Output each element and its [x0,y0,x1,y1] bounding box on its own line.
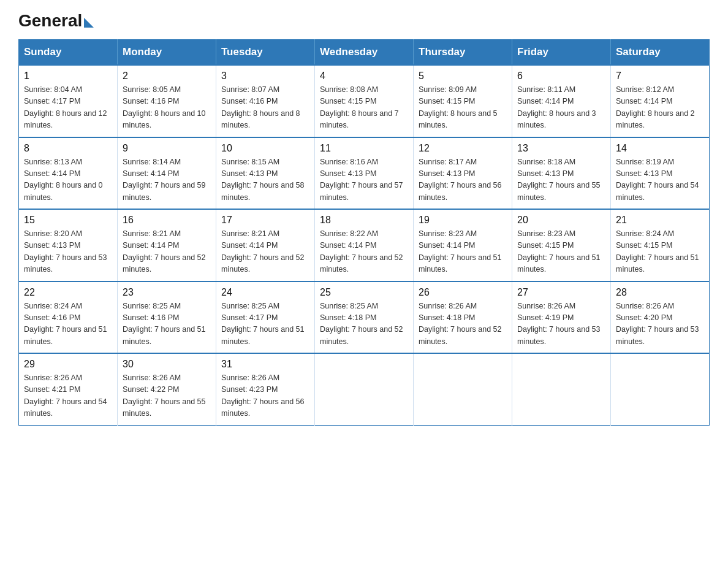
day-header-sunday: Sunday [19,40,118,66]
calendar-cell [512,353,611,425]
calendar-cell: 20Sunrise: 8:23 AMSunset: 4:15 PMDayligh… [512,209,611,282]
calendar-cell: 3Sunrise: 8:07 AMSunset: 4:16 PMDaylight… [216,65,315,137]
calendar-cell: 13Sunrise: 8:18 AMSunset: 4:13 PMDayligh… [512,137,611,210]
calendar-cell: 14Sunrise: 8:19 AMSunset: 4:13 PMDayligh… [611,137,710,210]
calendar-cell: 30Sunrise: 8:26 AMSunset: 4:22 PMDayligh… [118,353,216,425]
day-info: Sunrise: 8:05 AMSunset: 4:16 PMDaylight:… [123,84,211,132]
day-info: Sunrise: 8:08 AMSunset: 4:15 PMDaylight:… [320,84,408,132]
calendar-cell: 6Sunrise: 8:11 AMSunset: 4:14 PMDaylight… [512,65,611,137]
day-info: Sunrise: 8:23 AMSunset: 4:14 PMDaylight:… [419,228,507,276]
day-info: Sunrise: 8:20 AMSunset: 4:13 PMDaylight:… [24,228,112,276]
day-number: 12 [419,143,507,154]
logo-arrow-icon [84,18,94,28]
day-number: 27 [517,287,605,298]
calendar-cell: 18Sunrise: 8:22 AMSunset: 4:14 PMDayligh… [315,209,414,282]
day-number: 9 [123,143,211,154]
calendar-cell: 17Sunrise: 8:21 AMSunset: 4:14 PMDayligh… [216,209,315,282]
calendar-cell: 26Sunrise: 8:26 AMSunset: 4:18 PMDayligh… [414,282,512,354]
calendar-cell: 25Sunrise: 8:25 AMSunset: 4:18 PMDayligh… [315,282,414,354]
calendar-cell: 1Sunrise: 8:04 AMSunset: 4:17 PMDaylight… [19,65,118,137]
calendar-body: 1Sunrise: 8:04 AMSunset: 4:17 PMDaylight… [19,65,710,425]
day-number: 21 [616,215,704,226]
week-row-3: 15Sunrise: 8:20 AMSunset: 4:13 PMDayligh… [19,209,710,282]
day-number: 31 [221,359,309,370]
day-info: Sunrise: 8:24 AMSunset: 4:15 PMDaylight:… [616,228,704,276]
day-info: Sunrise: 8:25 AMSunset: 4:17 PMDaylight:… [221,301,309,348]
calendar-cell: 11Sunrise: 8:16 AMSunset: 4:13 PMDayligh… [315,137,414,210]
day-info: Sunrise: 8:12 AMSunset: 4:14 PMDaylight:… [616,84,704,132]
day-info: Sunrise: 8:26 AMSunset: 4:23 PMDaylight:… [221,372,309,420]
day-info: Sunrise: 8:15 AMSunset: 4:13 PMDaylight:… [221,156,309,204]
calendar-cell [611,353,710,425]
day-number: 2 [123,71,211,82]
day-number: 20 [517,215,605,226]
day-number: 25 [320,287,408,298]
day-info: Sunrise: 8:23 AMSunset: 4:15 PMDaylight:… [517,228,605,276]
calendar-cell: 19Sunrise: 8:23 AMSunset: 4:14 PMDayligh… [414,209,512,282]
days-of-week-row: SundayMondayTuesdayWednesdayThursdayFrid… [19,40,710,66]
day-info: Sunrise: 8:09 AMSunset: 4:15 PMDaylight:… [419,84,507,132]
day-info: Sunrise: 8:26 AMSunset: 4:19 PMDaylight:… [517,301,605,348]
calendar-cell: 23Sunrise: 8:25 AMSunset: 4:16 PMDayligh… [118,282,216,354]
day-number: 5 [419,71,507,82]
day-number: 7 [616,71,704,82]
calendar-cell: 12Sunrise: 8:17 AMSunset: 4:13 PMDayligh… [414,137,512,210]
calendar-cell: 2Sunrise: 8:05 AMSunset: 4:16 PMDaylight… [118,65,216,137]
day-header-friday: Friday [512,40,611,66]
day-number: 13 [517,143,605,154]
day-info: Sunrise: 8:19 AMSunset: 4:13 PMDaylight:… [616,156,704,204]
calendar-cell [315,353,414,425]
calendar-cell: 27Sunrise: 8:26 AMSunset: 4:19 PMDayligh… [512,282,611,354]
day-number: 16 [123,215,211,226]
day-info: Sunrise: 8:24 AMSunset: 4:16 PMDaylight:… [24,301,112,348]
day-number: 3 [221,71,309,82]
logo: General [18,12,94,27]
day-number: 24 [221,287,309,298]
day-number: 19 [419,215,507,226]
day-header-monday: Monday [118,40,216,66]
day-number: 15 [24,215,112,226]
calendar-cell: 16Sunrise: 8:21 AMSunset: 4:14 PMDayligh… [118,209,216,282]
day-info: Sunrise: 8:25 AMSunset: 4:18 PMDaylight:… [320,301,408,348]
week-row-2: 8Sunrise: 8:13 AMSunset: 4:14 PMDaylight… [19,137,710,210]
calendar-cell: 7Sunrise: 8:12 AMSunset: 4:14 PMDaylight… [611,65,710,137]
calendar-cell: 31Sunrise: 8:26 AMSunset: 4:23 PMDayligh… [216,353,315,425]
calendar-cell: 8Sunrise: 8:13 AMSunset: 4:14 PMDaylight… [19,137,118,210]
day-info: Sunrise: 8:14 AMSunset: 4:14 PMDaylight:… [123,156,211,204]
week-row-5: 29Sunrise: 8:26 AMSunset: 4:21 PMDayligh… [19,353,710,425]
logo-general: General [18,11,82,30]
day-info: Sunrise: 8:04 AMSunset: 4:17 PMDaylight:… [24,84,112,132]
calendar-cell: 4Sunrise: 8:08 AMSunset: 4:15 PMDaylight… [315,65,414,137]
calendar-cell: 22Sunrise: 8:24 AMSunset: 4:16 PMDayligh… [19,282,118,354]
day-info: Sunrise: 8:07 AMSunset: 4:16 PMDaylight:… [221,84,309,132]
calendar-cell: 5Sunrise: 8:09 AMSunset: 4:15 PMDaylight… [414,65,512,137]
week-row-4: 22Sunrise: 8:24 AMSunset: 4:16 PMDayligh… [19,282,710,354]
day-number: 23 [123,287,211,298]
day-number: 26 [419,287,507,298]
day-info: Sunrise: 8:17 AMSunset: 4:13 PMDaylight:… [419,156,507,204]
day-header-wednesday: Wednesday [315,40,414,66]
calendar-header: SundayMondayTuesdayWednesdayThursdayFrid… [19,40,710,66]
calendar-cell: 21Sunrise: 8:24 AMSunset: 4:15 PMDayligh… [611,209,710,282]
page-header: General [18,12,710,27]
day-info: Sunrise: 8:22 AMSunset: 4:14 PMDaylight:… [320,228,408,276]
day-number: 22 [24,287,112,298]
day-info: Sunrise: 8:26 AMSunset: 4:18 PMDaylight:… [419,301,507,348]
day-info: Sunrise: 8:18 AMSunset: 4:13 PMDaylight:… [517,156,605,204]
calendar-cell [414,353,512,425]
day-info: Sunrise: 8:26 AMSunset: 4:22 PMDaylight:… [123,372,211,420]
day-info: Sunrise: 8:13 AMSunset: 4:14 PMDaylight:… [24,156,112,204]
day-info: Sunrise: 8:26 AMSunset: 4:21 PMDaylight:… [24,372,112,420]
day-info: Sunrise: 8:11 AMSunset: 4:14 PMDaylight:… [517,84,605,132]
day-info: Sunrise: 8:21 AMSunset: 4:14 PMDaylight:… [123,228,211,276]
calendar-table: SundayMondayTuesdayWednesdayThursdayFrid… [18,39,710,426]
calendar-cell: 10Sunrise: 8:15 AMSunset: 4:13 PMDayligh… [216,137,315,210]
day-number: 14 [616,143,704,154]
calendar-cell: 24Sunrise: 8:25 AMSunset: 4:17 PMDayligh… [216,282,315,354]
day-header-tuesday: Tuesday [216,40,315,66]
week-row-1: 1Sunrise: 8:04 AMSunset: 4:17 PMDaylight… [19,65,710,137]
day-number: 17 [221,215,309,226]
day-number: 11 [320,143,408,154]
day-number: 4 [320,71,408,82]
day-info: Sunrise: 8:21 AMSunset: 4:14 PMDaylight:… [221,228,309,276]
